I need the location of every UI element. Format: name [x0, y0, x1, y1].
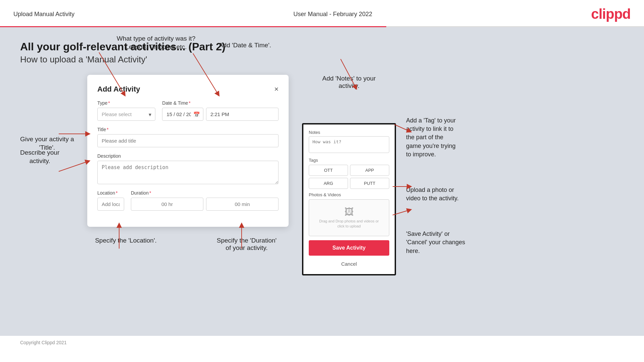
annotation-tags: Add a 'Tag' to youractivity to link it t…: [406, 116, 493, 159]
phone-plus-annotations: Add 'Notes' to youractivity. Notes Tags …: [302, 75, 500, 275]
copyright: Copyright Clippd 2021: [20, 340, 67, 345]
notes-textarea[interactable]: [309, 136, 389, 153]
tags-grid: OTTAPPARGPUTT: [309, 165, 389, 189]
annotation-description: Describe youractivity.: [20, 149, 59, 165]
cancel-button[interactable]: Cancel: [309, 259, 389, 269]
phone-screen: Notes Tags OTTAPPARGPUTT Photos & Videos…: [302, 123, 396, 275]
right-annotations: Add a 'Tag' to youractivity to link it t…: [406, 96, 500, 275]
description-group: Description: [97, 153, 279, 184]
manual-title: User Manual - February 2022: [293, 11, 372, 18]
section-title: All your golf-relevant activities... (Pa…: [20, 41, 624, 53]
annotation-notes: Add 'Notes' to youractivity.: [302, 75, 396, 90]
annotation-save: 'Save Activity' or'Cancel' your changesh…: [406, 230, 500, 255]
footer: Copyright Clippd 2021: [0, 336, 644, 349]
location-duration-row: Location* Duration*: [97, 190, 279, 211]
tag-arg[interactable]: ARG: [309, 178, 348, 189]
title-input[interactable]: [97, 134, 279, 147]
top-bar: Upload Manual Activity User Manual - Feb…: [0, 0, 644, 26]
right-section: Add 'Notes' to youractivity. Notes Tags …: [302, 75, 500, 275]
description-textarea[interactable]: [97, 161, 279, 184]
duration-min-input[interactable]: [206, 198, 279, 211]
annotation-photos: Upload a photo orvideo to the activity.: [406, 186, 487, 203]
tag-app[interactable]: APP: [350, 165, 389, 176]
modal-close-button[interactable]: ×: [274, 86, 279, 93]
phone-inner: Notes Tags OTTAPPARGPUTT Photos & Videos…: [303, 124, 395, 274]
bottom-annotations: Specify the 'Location'. Specify the 'Dur…: [87, 237, 289, 252]
date-time-inputs: 📅: [162, 108, 279, 121]
type-date-row: Type* Please select ▾ Date & Time*: [97, 100, 279, 121]
notes-section-label: Notes: [309, 130, 389, 135]
phone-row: Notes Tags OTTAPPARGPUTT Photos & Videos…: [302, 96, 500, 275]
annotation-location: Specify the 'Location'.: [87, 237, 164, 252]
photos-upload-text: Drag and Drop photos and videos orclick …: [312, 219, 386, 229]
location-group: Location*: [97, 190, 124, 211]
main-content: All your golf-relevant activities... (Pa…: [0, 27, 644, 336]
modal-title: Add Activity: [97, 85, 140, 94]
title-field-label: Title*: [97, 127, 279, 132]
annotation-duration: Specify the 'Duration'of your activity.: [205, 237, 289, 252]
tag-putt[interactable]: PUTT: [350, 178, 389, 189]
tag-ott[interactable]: OTT: [309, 165, 348, 176]
description-label: Description: [97, 153, 279, 159]
date-input-wrapper[interactable]: 📅: [162, 108, 203, 121]
add-activity-modal: Add Activity × Type* Please select ▾: [87, 75, 289, 227]
section-subtitle: How to upload a 'Manual Activity': [20, 54, 624, 65]
annotation-date: Add 'Date & Time'.: [211, 41, 279, 50]
date-time-group: Date & Time* 📅: [162, 100, 279, 121]
time-input[interactable]: [206, 108, 279, 121]
duration-hr-input[interactable]: [131, 198, 203, 211]
duration-inputs: [131, 198, 279, 211]
save-activity-button[interactable]: Save Activity: [309, 240, 389, 256]
photo-icon: 🖼: [312, 206, 386, 217]
type-label: Type*: [97, 100, 155, 106]
type-group: Type* Please select ▾: [97, 100, 155, 121]
date-label: Date & Time*: [162, 100, 279, 106]
title-group: Title*: [97, 127, 279, 147]
location-label: Location*: [97, 190, 124, 196]
photos-section-label: Photos & Videos: [309, 192, 389, 197]
tags-section-label: Tags: [309, 158, 389, 163]
annotation-type: What type of activity was it?Lesson, Chi…: [114, 35, 198, 51]
duration-label: Duration*: [131, 190, 279, 196]
type-select[interactable]: Please select: [97, 108, 155, 121]
photos-upload-area[interactable]: 🖼 Drag and Drop photos and videos orclic…: [309, 199, 389, 236]
page-title-header: Upload Manual Activity: [13, 11, 75, 18]
modal-header: Add Activity ×: [97, 85, 279, 94]
logo: clippd: [591, 6, 631, 22]
location-input[interactable]: [97, 198, 124, 211]
calendar-icon: 📅: [193, 111, 200, 117]
type-select-wrapper[interactable]: Please select ▾: [97, 108, 155, 121]
duration-group: Duration*: [131, 190, 279, 211]
